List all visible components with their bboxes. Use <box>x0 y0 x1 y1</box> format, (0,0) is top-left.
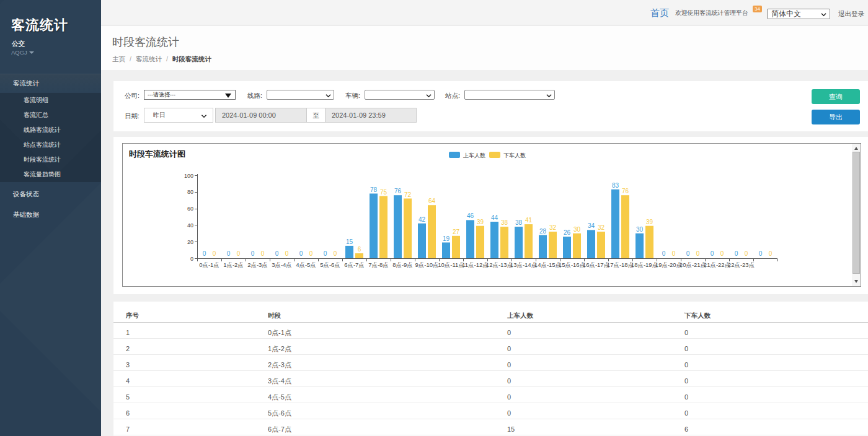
svg-text:0: 0 <box>720 250 724 257</box>
svg-text:30: 30 <box>636 226 644 233</box>
svg-text:8点-9点: 8点-9点 <box>392 261 413 268</box>
svg-text:40: 40 <box>187 222 193 229</box>
svg-text:0: 0 <box>309 250 313 257</box>
svg-text:83: 83 <box>612 182 619 189</box>
svg-text:14点-15点: 14点-15点 <box>534 261 561 268</box>
svg-text:0: 0 <box>759 250 763 257</box>
svg-text:75: 75 <box>380 189 388 196</box>
svg-text:38: 38 <box>501 219 508 226</box>
svg-text:20: 20 <box>187 239 193 245</box>
svg-text:0: 0 <box>251 250 255 257</box>
svg-text:15: 15 <box>346 238 353 245</box>
svg-text:0: 0 <box>334 250 337 257</box>
svg-text:78: 78 <box>370 186 378 193</box>
svg-text:10点-11点: 10点-11点 <box>438 261 464 268</box>
svg-text:32: 32 <box>598 224 605 231</box>
svg-text:20点-21点: 20点-21点 <box>680 261 706 268</box>
svg-text:0: 0 <box>213 250 216 257</box>
svg-text:39: 39 <box>477 219 484 225</box>
svg-text:80: 80 <box>187 189 193 195</box>
svg-text:0: 0 <box>769 250 773 257</box>
svg-text:15点-16点: 15点-16点 <box>559 261 585 268</box>
svg-text:19点-20点: 19点-20点 <box>655 261 682 268</box>
svg-text:0: 0 <box>227 250 231 257</box>
svg-text:9点-10点: 9点-10点 <box>415 261 438 268</box>
svg-text:38: 38 <box>515 219 523 226</box>
svg-text:72: 72 <box>404 191 412 198</box>
svg-text:12点-13点: 12点-13点 <box>486 261 513 268</box>
svg-text:7点-8点: 7点-8点 <box>368 261 389 268</box>
svg-text:22点-23点: 22点-23点 <box>728 261 755 268</box>
svg-text:4点-5点: 4点-5点 <box>296 261 316 268</box>
svg-text:21点-22点: 21点-22点 <box>704 261 730 268</box>
svg-text:100: 100 <box>184 173 193 179</box>
svg-text:28: 28 <box>539 228 547 235</box>
svg-text:0: 0 <box>275 250 279 257</box>
svg-text:30: 30 <box>574 226 581 233</box>
svg-text:34: 34 <box>588 222 595 229</box>
svg-text:32: 32 <box>549 224 557 231</box>
svg-text:42: 42 <box>418 216 426 223</box>
svg-text:64: 64 <box>428 198 436 204</box>
svg-text:0: 0 <box>745 250 748 257</box>
svg-text:0: 0 <box>711 250 714 257</box>
svg-text:0: 0 <box>237 250 241 257</box>
svg-text:60: 60 <box>187 206 193 212</box>
svg-text:0: 0 <box>696 250 700 257</box>
svg-text:41: 41 <box>525 217 533 224</box>
svg-text:39: 39 <box>646 219 653 225</box>
svg-text:3点-4点: 3点-4点 <box>272 261 292 268</box>
svg-text:76: 76 <box>622 188 629 194</box>
svg-text:46: 46 <box>467 212 474 219</box>
svg-text:0: 0 <box>686 250 690 257</box>
svg-text:18点-19点: 18点-19点 <box>631 261 658 268</box>
svg-text:0: 0 <box>299 250 303 257</box>
svg-text:19: 19 <box>443 235 450 242</box>
svg-text:6点-7点: 6点-7点 <box>344 261 365 268</box>
svg-text:5点-6点: 5点-6点 <box>320 261 340 268</box>
svg-text:6: 6 <box>358 246 361 253</box>
svg-text:27: 27 <box>453 229 460 235</box>
svg-text:0: 0 <box>285 250 289 257</box>
svg-text:0点-1点: 0点-1点 <box>199 261 219 268</box>
svg-text:11点-12点: 11点-12点 <box>462 261 489 268</box>
svg-text:0: 0 <box>672 250 676 257</box>
svg-text:17点-18点: 17点-18点 <box>607 261 634 268</box>
svg-text:0: 0 <box>190 256 193 262</box>
svg-text:76: 76 <box>394 188 402 194</box>
svg-text:16点-17点: 16点-17点 <box>583 261 609 268</box>
svg-text:0: 0 <box>735 250 738 257</box>
svg-text:0: 0 <box>662 250 666 257</box>
svg-text:44: 44 <box>491 214 498 221</box>
svg-text:2点-3点: 2点-3点 <box>247 261 268 268</box>
svg-text:13点-14点: 13点-14点 <box>510 261 537 268</box>
svg-text:0: 0 <box>324 250 327 257</box>
svg-text:0: 0 <box>261 250 265 257</box>
svg-text:1点-2点: 1点-2点 <box>223 261 244 268</box>
svg-text:0: 0 <box>203 250 206 257</box>
svg-text:26: 26 <box>564 229 571 236</box>
